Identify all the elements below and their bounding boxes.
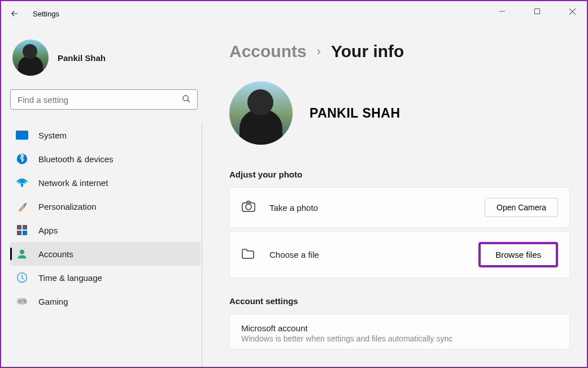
nav-label: Time & language bbox=[38, 273, 102, 283]
apps-icon bbox=[16, 224, 28, 236]
svg-rect-14 bbox=[17, 298, 27, 305]
user-avatar-small bbox=[12, 40, 49, 76]
sidebar-nav: System Bluetooth & devices Network & int… bbox=[10, 123, 202, 367]
nav-bluetooth[interactable]: Bluetooth & devices bbox=[10, 147, 201, 171]
gamepad-icon bbox=[16, 295, 28, 308]
nav-network[interactable]: Network & internet bbox=[10, 171, 201, 194]
nav-label: Apps bbox=[38, 226, 58, 235]
folder-icon bbox=[241, 248, 257, 262]
svg-point-12 bbox=[20, 250, 24, 254]
svg-rect-11 bbox=[23, 231, 27, 235]
nav-apps[interactable]: Apps bbox=[10, 218, 201, 242]
minimize-button[interactable] bbox=[491, 3, 513, 19]
accounts-icon bbox=[16, 248, 28, 260]
window-title: Settings bbox=[33, 10, 59, 18]
wifi-icon bbox=[16, 176, 28, 189]
microsoft-account-card[interactable]: Microsoft account Windows is better when… bbox=[229, 314, 570, 349]
system-icon bbox=[16, 129, 28, 141]
nav-gaming[interactable]: Gaming bbox=[10, 289, 201, 313]
nav-label: Network & internet bbox=[38, 178, 108, 188]
svg-rect-10 bbox=[17, 231, 21, 235]
search-input[interactable] bbox=[10, 89, 198, 110]
svg-rect-1 bbox=[535, 9, 540, 14]
nav-label: Gaming bbox=[38, 297, 68, 306]
browse-files-button[interactable]: Browse files bbox=[478, 242, 558, 267]
svg-point-15 bbox=[19, 301, 21, 302]
clock-icon bbox=[16, 271, 28, 284]
breadcrumb-parent[interactable]: Accounts bbox=[229, 42, 307, 61]
nav-time-language[interactable]: Time & language bbox=[10, 266, 201, 289]
user-profile-block[interactable]: Pankil Shah bbox=[10, 35, 200, 87]
breadcrumb-current: Your info bbox=[331, 42, 404, 61]
svg-point-19 bbox=[246, 204, 251, 210]
nav-system[interactable]: System bbox=[10, 123, 201, 147]
ms-account-title: Microsoft account bbox=[241, 323, 558, 333]
nav-label: Bluetooth & devices bbox=[38, 154, 114, 164]
camera-icon bbox=[241, 200, 257, 215]
back-button[interactable] bbox=[6, 5, 24, 23]
svg-point-16 bbox=[24, 300, 25, 301]
nav-label: Personalization bbox=[38, 202, 97, 211]
svg-point-17 bbox=[24, 301, 25, 302]
close-button[interactable] bbox=[561, 3, 583, 19]
choose-file-label: Choose a file bbox=[269, 250, 478, 259]
ms-account-subtitle: Windows is better when settings and file… bbox=[241, 334, 558, 343]
take-photo-label: Take a photo bbox=[269, 203, 485, 213]
nav-label: Accounts bbox=[38, 249, 73, 259]
adjust-photo-heading: Adjust your photo bbox=[229, 170, 570, 179]
chevron-right-icon: › bbox=[317, 44, 321, 59]
breadcrumb: Accounts › Your info bbox=[229, 42, 570, 61]
user-avatar-large bbox=[229, 81, 293, 145]
nav-label: System bbox=[38, 131, 67, 140]
svg-rect-6 bbox=[16, 131, 28, 140]
take-photo-card: Take a photo Open Camera bbox=[229, 187, 570, 228]
user-name: Pankil Shah bbox=[58, 53, 106, 63]
maximize-button[interactable] bbox=[526, 3, 548, 19]
svg-rect-8 bbox=[17, 225, 21, 230]
open-camera-button[interactable]: Open Camera bbox=[485, 198, 558, 217]
bluetooth-icon bbox=[16, 153, 28, 165]
profile-display-name: PANKIL SHAH bbox=[310, 106, 400, 121]
choose-file-card: Choose a file Browse files bbox=[229, 231, 570, 278]
brush-icon bbox=[16, 200, 28, 213]
account-settings-heading: Account settings bbox=[229, 296, 570, 306]
nav-personalization[interactable]: Personalization bbox=[10, 194, 201, 218]
svg-rect-9 bbox=[23, 225, 27, 230]
nav-accounts[interactable]: Accounts bbox=[10, 242, 201, 266]
